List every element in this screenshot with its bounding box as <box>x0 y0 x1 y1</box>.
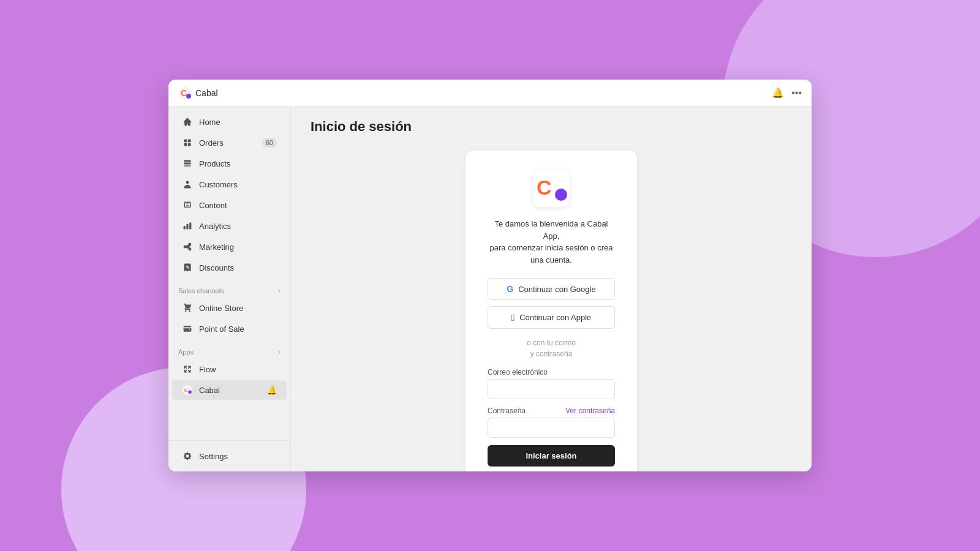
sidebar-item-cabal[interactable]: C Cabal 🔔 <box>172 380 287 400</box>
sidebar-item-orders[interactable]: Orders 60 <box>172 133 287 152</box>
content-icon <box>182 200 193 211</box>
submit-btn-label: Iniciar sesión <box>526 451 576 460</box>
apps-section[interactable]: Apps › <box>168 342 290 359</box>
cabal-app-icon: C <box>182 384 193 395</box>
google-login-button[interactable]: G Continuar con Google <box>488 278 615 300</box>
login-card: C Te damos la bienvenida a Cabal App, pa… <box>466 151 637 471</box>
sidebar-item-discounts[interactable]: Discounts <box>172 258 287 277</box>
sidebar-item-content-label: Content <box>199 201 227 210</box>
sidebar-bottom: Settings <box>168 440 290 467</box>
app-window: C Cabal 🔔 ••• Home Orders <box>168 80 812 471</box>
app-body: Home Orders 60 Products Customers <box>168 107 812 471</box>
email-label-row: Correo electrónico <box>488 368 615 377</box>
email-label: Correo electrónico <box>488 368 548 377</box>
login-logo: C <box>533 170 570 207</box>
sidebar-item-flow-label: Flow <box>199 365 216 374</box>
login-container: C Te damos la bienvenida a Cabal App, pa… <box>291 144 812 471</box>
title-bar-logo: C Cabal <box>178 86 218 100</box>
sidebar-item-discounts-label: Discounts <box>199 263 234 272</box>
app-title: Cabal <box>195 88 218 98</box>
sidebar-item-analytics-label: Analytics <box>199 222 231 231</box>
bell-icon[interactable]: 🔔 <box>772 87 784 99</box>
flow-icon <box>182 364 193 375</box>
cabal-bell-icon[interactable]: 🔔 <box>266 385 277 395</box>
sidebar-item-products[interactable]: Products <box>172 154 287 173</box>
sidebar-item-home[interactable]: Home <box>172 112 287 132</box>
password-label-row: Contraseña Ver contraseña <box>488 407 615 415</box>
google-icon: G <box>507 284 513 294</box>
sidebar-item-customers[interactable]: Customers <box>172 174 287 194</box>
sidebar-item-marketing-label: Marketing <box>199 242 234 252</box>
main-content: Inicio de sesión C Te damos la bienveni <box>291 107 812 471</box>
sidebar-item-orders-label: Orders <box>199 138 224 148</box>
cabal-logo-icon: C <box>178 86 192 100</box>
orders-badge: 60 <box>262 138 277 148</box>
sidebar-item-online-store-label: Online Store <box>199 304 243 313</box>
sales-channels-section[interactable]: Sales channels › <box>168 280 290 298</box>
sidebar-item-content[interactable]: Content <box>172 195 287 215</box>
sidebar-item-settings[interactable]: Settings <box>172 446 287 466</box>
apps-arrow: › <box>278 348 281 356</box>
sidebar-item-products-label: Products <box>199 159 230 168</box>
title-bar-actions: 🔔 ••• <box>772 87 802 99</box>
sidebar-item-customers-label: Customers <box>199 180 238 189</box>
apple-btn-label: Continuar con Apple <box>519 313 591 322</box>
svg-point-9 <box>188 390 192 394</box>
home-icon <box>182 116 193 127</box>
svg-rect-6 <box>188 143 191 146</box>
page-title: Inicio de sesión <box>311 119 792 135</box>
customers-icon <box>182 179 193 190</box>
sidebar-active-app-label: Cabal <box>199 386 220 395</box>
products-icon <box>182 158 193 169</box>
sidebar-item-pos[interactable]: Point of Sale <box>172 319 287 339</box>
main-header: Inicio de sesión <box>291 107 812 144</box>
apple-login-button[interactable]:  Continuar con Apple <box>488 306 615 329</box>
pos-icon <box>182 323 193 334</box>
settings-icon <box>182 451 193 462</box>
marketing-icon <box>182 241 193 252</box>
password-label: Contraseña <box>488 407 526 415</box>
sidebar-item-analytics[interactable]: Analytics <box>172 216 287 236</box>
sidebar-item-marketing[interactable]: Marketing <box>172 237 287 257</box>
orders-icon <box>182 137 193 148</box>
divider-text-1: o con tu correo <box>527 339 576 347</box>
sales-channels-arrow: › <box>278 287 281 295</box>
google-btn-label: Continuar con Google <box>518 285 595 294</box>
sidebar-item-online-store[interactable]: Online Store <box>172 298 287 318</box>
svg-text:C: C <box>184 388 187 393</box>
sidebar-item-pos-label: Point of Sale <box>199 324 244 334</box>
welcome-text-2: para comenzar inicia sesión o crea una c… <box>490 243 613 264</box>
svg-point-2 <box>186 94 191 99</box>
apple-icon:  <box>511 312 514 323</box>
svg-text:C: C <box>537 176 552 199</box>
sidebar-item-settings-label: Settings <box>199 452 228 461</box>
svg-text:C: C <box>181 88 187 98</box>
sales-channels-label: Sales channels <box>178 287 224 294</box>
svg-rect-4 <box>188 139 191 142</box>
sidebar-item-home-label: Home <box>199 118 221 127</box>
show-password-link[interactable]: Ver contraseña <box>565 407 615 415</box>
more-icon[interactable]: ••• <box>791 88 802 99</box>
online-store-icon <box>182 302 193 313</box>
login-submit-button[interactable]: Iniciar sesión <box>488 445 615 467</box>
svg-point-12 <box>555 189 567 201</box>
analytics-icon <box>182 220 193 231</box>
login-welcome: Te damos la bienvenida a Cabal App, para… <box>488 218 615 266</box>
login-divider: o con tu correo y contraseña <box>527 337 576 359</box>
password-input[interactable] <box>488 418 615 438</box>
title-bar: C Cabal 🔔 ••• <box>168 80 812 107</box>
sidebar-item-flow[interactable]: Flow <box>172 359 287 379</box>
apps-label: Apps <box>178 348 194 356</box>
divider-text-2: y contraseña <box>530 350 573 358</box>
sidebar: Home Orders 60 Products Customers <box>168 107 291 471</box>
svg-rect-3 <box>184 139 187 142</box>
svg-rect-5 <box>184 143 187 146</box>
welcome-text-1: Te damos la bienvenida a Cabal App, <box>494 219 608 241</box>
email-input[interactable] <box>488 379 615 399</box>
discounts-icon <box>182 262 193 273</box>
